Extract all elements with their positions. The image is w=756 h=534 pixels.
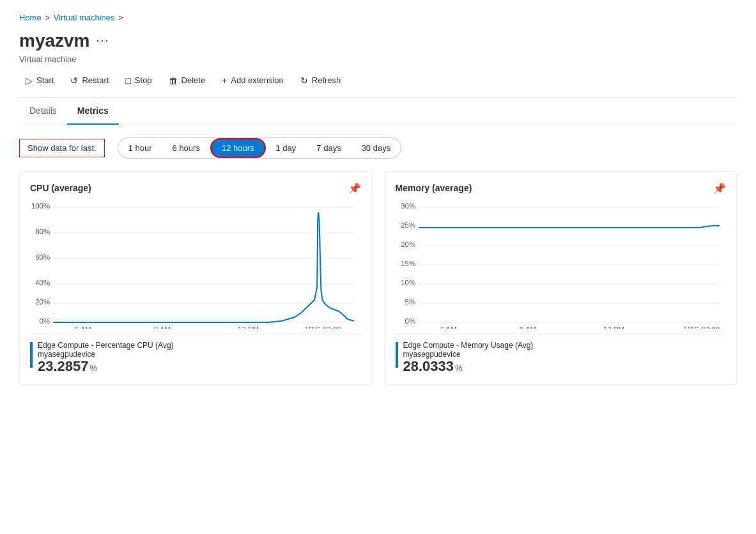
svg-text:10%: 10% bbox=[401, 279, 415, 287]
delete-icon: 🗑 bbox=[169, 75, 178, 86]
breadcrumb-separator-1: > bbox=[45, 13, 50, 22]
svg-text:20%: 20% bbox=[35, 298, 50, 306]
cpu-pin-icon[interactable]: 📌 bbox=[348, 182, 361, 194]
refresh-button[interactable]: ↻ Refresh bbox=[294, 72, 348, 90]
svg-text:0%: 0% bbox=[40, 317, 50, 325]
cpu-chart-footer: Edge Compute - Percentage CPU (Avg) myas… bbox=[30, 334, 361, 374]
memory-chart-title: Memory (average) bbox=[396, 183, 472, 193]
svg-text:60%: 60% bbox=[35, 253, 50, 261]
cpu-legend-value: 23.2857 bbox=[38, 359, 89, 374]
memory-chart-header: Memory (average) 📌 bbox=[396, 182, 727, 194]
stop-icon: □ bbox=[125, 75, 130, 86]
tab-details[interactable]: Details bbox=[19, 98, 67, 125]
breadcrumb: Home > Virtual machines > bbox=[19, 13, 737, 22]
svg-text:20%: 20% bbox=[401, 240, 415, 248]
cpu-chart-header: CPU (average) 📌 bbox=[30, 182, 361, 194]
svg-text:6 AM: 6 AM bbox=[440, 326, 456, 329]
time-btn-6hours[interactable]: 6 hours bbox=[162, 139, 210, 157]
page-title: myazvm bbox=[19, 30, 90, 52]
cpu-chart-title: CPU (average) bbox=[30, 183, 91, 193]
memory-legend-name: Edge Compute - Memory Usage (Avg) bbox=[403, 341, 534, 350]
time-btn-1day[interactable]: 1 day bbox=[266, 139, 307, 157]
tabs: Details Metrics bbox=[19, 98, 737, 125]
svg-text:9 AM: 9 AM bbox=[520, 326, 536, 329]
svg-text:12 PM: 12 PM bbox=[603, 326, 624, 329]
page-subtitle: Virtual machine bbox=[19, 54, 737, 64]
cpu-legend-unit: % bbox=[90, 363, 98, 373]
time-btn-30days[interactable]: 30 days bbox=[351, 139, 401, 157]
svg-text:80%: 80% bbox=[35, 228, 50, 235]
memory-legend-device: myasegpudevice bbox=[403, 350, 534, 359]
time-filter-group: 1 hour 6 hours 12 hours 1 day 7 days 30 … bbox=[118, 137, 402, 159]
time-btn-1hour[interactable]: 1 hour bbox=[118, 139, 162, 157]
svg-text:UTC-07:00: UTC-07:00 bbox=[305, 326, 341, 329]
cpu-legend-color bbox=[30, 342, 33, 368]
svg-text:100%: 100% bbox=[31, 202, 50, 210]
memory-chart-footer: Edge Compute - Memory Usage (Avg) myaseg… bbox=[396, 334, 727, 374]
refresh-icon: ↻ bbox=[300, 75, 308, 86]
cpu-chart-area: 100% 80% 60% 40% 20% 0% bbox=[30, 201, 361, 329]
memory-legend-item: Edge Compute - Memory Usage (Avg) myaseg… bbox=[396, 341, 727, 374]
restart-button[interactable]: ↺ Restart bbox=[64, 72, 115, 90]
svg-text:25%: 25% bbox=[401, 221, 415, 229]
start-icon: ▷ bbox=[26, 75, 33, 86]
svg-text:5%: 5% bbox=[405, 298, 415, 306]
content-area: Show data for last: 1 hour 6 hours 12 ho… bbox=[19, 125, 737, 398]
cpu-chart-card: CPU (average) 📌 100% 80% 60% 40% 20% 0% bbox=[19, 171, 372, 385]
svg-text:6 AM: 6 AM bbox=[75, 326, 91, 329]
svg-text:9 AM: 9 AM bbox=[154, 326, 171, 329]
restart-icon: ↺ bbox=[70, 75, 78, 86]
memory-chart-card: Memory (average) 📌 30% 25% 20% 15% 10% 5… bbox=[385, 171, 737, 385]
cpu-chart-svg: 100% 80% 60% 40% 20% 0% bbox=[30, 201, 361, 329]
memory-legend-value: 28.0333 bbox=[403, 359, 454, 374]
svg-text:UTC-07:00: UTC-07:00 bbox=[684, 326, 720, 329]
svg-text:30%: 30% bbox=[401, 202, 415, 210]
time-btn-7days[interactable]: 7 days bbox=[306, 139, 351, 157]
toolbar: ▷ Start ↺ Restart □ Stop 🗑 Delete + Add … bbox=[19, 64, 737, 98]
filter-label: Show data for last: bbox=[19, 139, 105, 157]
charts-row: CPU (average) 📌 100% 80% 60% 40% 20% 0% bbox=[19, 171, 737, 385]
add-icon: + bbox=[222, 75, 227, 86]
memory-legend-color bbox=[396, 342, 398, 368]
memory-chart-area: 30% 25% 20% 15% 10% 5% 0% bbox=[396, 201, 727, 329]
svg-text:12 PM: 12 PM bbox=[238, 326, 259, 329]
more-options-icon[interactable]: ··· bbox=[96, 34, 110, 47]
breadcrumb-vms[interactable]: Virtual machines bbox=[54, 13, 115, 22]
start-button[interactable]: ▷ Start bbox=[19, 72, 60, 90]
cpu-legend-name: Edge Compute - Percentage CPU (Avg) bbox=[38, 341, 174, 350]
delete-button[interactable]: 🗑 Delete bbox=[162, 72, 212, 90]
tab-metrics[interactable]: Metrics bbox=[67, 98, 119, 125]
cpu-legend-item: Edge Compute - Percentage CPU (Avg) myas… bbox=[30, 341, 361, 374]
add-extension-button[interactable]: + Add extension bbox=[215, 72, 290, 90]
breadcrumb-separator-2: > bbox=[119, 13, 123, 22]
memory-chart-svg: 30% 25% 20% 15% 10% 5% 0% bbox=[396, 201, 727, 329]
memory-pin-icon[interactable]: 📌 bbox=[713, 182, 726, 194]
memory-legend-unit: % bbox=[455, 363, 463, 373]
breadcrumb-home[interactable]: Home bbox=[19, 13, 42, 22]
filter-row: Show data for last: 1 hour 6 hours 12 ho… bbox=[19, 137, 737, 159]
svg-text:0%: 0% bbox=[405, 317, 415, 325]
time-btn-12hours[interactable]: 12 hours bbox=[210, 138, 266, 158]
stop-button[interactable]: □ Stop bbox=[119, 72, 158, 90]
svg-text:15%: 15% bbox=[401, 260, 415, 267]
cpu-legend-device: myasegpudevice bbox=[38, 350, 174, 359]
svg-text:40%: 40% bbox=[35, 279, 50, 287]
